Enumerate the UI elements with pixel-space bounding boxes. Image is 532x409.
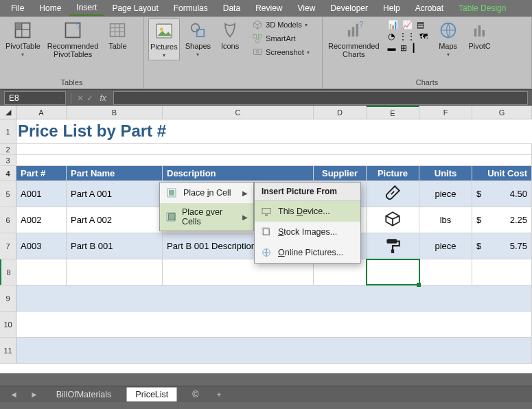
line-chart-icon[interactable]: 📈 bbox=[402, 20, 413, 30]
fx-button[interactable]: fx bbox=[96, 93, 111, 103]
row-header-4[interactable]: 4 bbox=[0, 166, 16, 180]
row-header-8[interactable]: 8 bbox=[0, 259, 16, 285]
cell-part-name[interactable]: Part A 001 bbox=[67, 181, 163, 207]
row-header-5[interactable]: 5 bbox=[0, 181, 16, 207]
tab-view[interactable]: View bbox=[291, 1, 323, 15]
cell-unit-cost[interactable]: $5.75 bbox=[472, 233, 532, 259]
cell[interactable] bbox=[16, 259, 67, 285]
col-header-a[interactable]: A bbox=[16, 106, 67, 119]
pivot-table-button[interactable]: PivotTable ▾ bbox=[4, 19, 42, 59]
shapes-button[interactable]: Shapes ▾ bbox=[184, 19, 212, 59]
menu-place-over-cells[interactable]: Place over Cells ▶ bbox=[160, 203, 253, 231]
row-header-2[interactable]: 2 bbox=[0, 144, 16, 154]
col-header-f[interactable]: F bbox=[419, 106, 472, 119]
sheet-tab-copyright[interactable]: © bbox=[184, 388, 207, 401]
tab-home[interactable]: Home bbox=[32, 1, 68, 15]
col-header-c[interactable]: C bbox=[163, 106, 314, 119]
row-header-1[interactable]: 1 bbox=[0, 119, 16, 143]
row-header-10[interactable]: 10 bbox=[0, 312, 16, 337]
menu-online-pictures[interactable]: Online Pictures... bbox=[255, 242, 360, 263]
cell[interactable] bbox=[16, 285, 532, 311]
cell-picture[interactable] bbox=[367, 233, 419, 259]
row-header-6[interactable]: 6 bbox=[0, 207, 16, 233]
row-header-9[interactable]: 9 bbox=[0, 285, 16, 311]
tab-developer[interactable]: Developer bbox=[323, 1, 375, 15]
selected-cell[interactable] bbox=[367, 259, 419, 285]
th-part-no[interactable]: Part # bbox=[16, 166, 67, 180]
th-picture[interactable]: Picture bbox=[367, 166, 419, 180]
3d-models-button[interactable]: 3D Models ▾ bbox=[251, 19, 311, 31]
cell-picture[interactable] bbox=[367, 207, 419, 233]
pictures-button[interactable]: Pictures ▾ bbox=[148, 19, 180, 60]
formula-input[interactable] bbox=[113, 91, 528, 105]
maps-button[interactable]: Maps ▾ bbox=[435, 19, 462, 59]
cell-part-no[interactable]: A002 bbox=[16, 207, 67, 233]
cell[interactable] bbox=[472, 259, 532, 285]
column-chart-icon[interactable]: 📊 bbox=[388, 20, 398, 30]
cell-part-no[interactable]: A003 bbox=[16, 233, 67, 259]
cell-part-name[interactable]: Part A 002 bbox=[67, 207, 163, 233]
tab-formulas[interactable]: Formulas bbox=[167, 1, 215, 15]
cell-units[interactable]: piece bbox=[419, 233, 472, 259]
map-chart-icon[interactable]: 🗺 bbox=[419, 32, 428, 41]
smartart-button[interactable]: SmartArt bbox=[251, 32, 311, 45]
tab-page-layout[interactable]: Page Layout bbox=[105, 1, 165, 15]
hierarchy-chart-icon[interactable]: ▤ bbox=[417, 20, 424, 30]
cell-unit-cost[interactable]: $2.25 bbox=[472, 207, 532, 233]
cell[interactable] bbox=[16, 338, 532, 363]
recommended-charts-button[interactable]: ? Recommended Charts bbox=[327, 19, 381, 60]
row-header-7[interactable]: 7 bbox=[0, 233, 16, 259]
row-header-3[interactable]: 3 bbox=[0, 155, 16, 165]
tab-acrobat[interactable]: Acrobat bbox=[408, 1, 450, 15]
tab-file[interactable]: File bbox=[4, 1, 31, 15]
combo-chart-icon[interactable]: ⊞ bbox=[400, 43, 407, 53]
cancel-icon[interactable]: ✕ bbox=[77, 93, 84, 103]
tab-insert[interactable]: Insert bbox=[69, 1, 104, 16]
pie-chart-icon[interactable]: ◔ bbox=[388, 32, 395, 41]
th-part-name[interactable]: Part Name bbox=[67, 166, 163, 180]
th-description[interactable]: Description bbox=[163, 166, 314, 180]
icons-button[interactable]: Icons bbox=[216, 19, 244, 51]
cell-units[interactable]: piece bbox=[419, 181, 472, 207]
tab-review[interactable]: Review bbox=[248, 1, 289, 15]
add-sheet-button[interactable]: + bbox=[214, 390, 224, 399]
select-all-cell[interactable]: ◢ bbox=[0, 106, 16, 119]
cell-blank[interactable] bbox=[16, 155, 532, 165]
col-header-g[interactable]: G bbox=[472, 106, 532, 119]
sheet-nav-prev[interactable]: ◄ bbox=[7, 390, 21, 399]
th-units[interactable]: Units bbox=[419, 166, 472, 180]
sheet-tab-pricelist[interactable]: PriceList bbox=[126, 387, 177, 401]
th-unit-cost[interactable]: Unit Cost bbox=[472, 166, 532, 180]
name-box[interactable]: E8 ▾ bbox=[4, 91, 66, 105]
cell-blank[interactable] bbox=[16, 144, 532, 154]
tab-data[interactable]: Data bbox=[216, 1, 247, 15]
menu-this-device[interactable]: This Device... bbox=[255, 201, 360, 222]
cell-unit-cost[interactable]: $4.50 bbox=[472, 181, 532, 207]
pivotchart-button[interactable]: PivotC bbox=[466, 19, 494, 51]
cell[interactable] bbox=[419, 259, 472, 285]
cell[interactable] bbox=[16, 312, 532, 337]
horizontal-scrollbar[interactable] bbox=[0, 373, 532, 386]
tab-table-design[interactable]: Table Design bbox=[452, 1, 513, 15]
table-button[interactable]: Table bbox=[104, 19, 131, 51]
col-header-b[interactable]: B bbox=[67, 106, 163, 119]
sheet-nav-next[interactable]: ► bbox=[27, 390, 41, 399]
screenshot-button[interactable]: Screenshot ▾ bbox=[251, 46, 311, 58]
th-supplier[interactable]: Supplier bbox=[314, 166, 367, 180]
tab-help[interactable]: Help bbox=[376, 1, 407, 15]
col-header-e[interactable]: E bbox=[367, 106, 419, 119]
scatter-chart-icon[interactable]: ⋮⋮ bbox=[399, 32, 415, 41]
cell-part-no[interactable]: A001 bbox=[16, 181, 67, 207]
menu-stock-images[interactable]: Stock Images... bbox=[255, 222, 360, 242]
menu-place-in-cell[interactable]: Place in Cell ▶ bbox=[160, 183, 253, 203]
enter-icon[interactable]: ✓ bbox=[86, 93, 93, 103]
cell-part-name[interactable]: Part B 001 bbox=[67, 233, 163, 259]
sheet-tab-billofmaterials[interactable]: BillOfMaterials bbox=[48, 388, 120, 401]
stock-chart-icon[interactable]: ┃ bbox=[411, 43, 416, 53]
cell[interactable] bbox=[67, 259, 163, 285]
col-header-d[interactable]: D bbox=[314, 106, 367, 119]
bar-chart-icon[interactable]: ▬ bbox=[388, 43, 396, 53]
title-cell[interactable]: Price List by Part # bbox=[16, 119, 532, 143]
recommended-pivot-button[interactable]: ? Recommended PivotTables bbox=[46, 19, 100, 60]
cell-units[interactable]: lbs bbox=[419, 207, 472, 233]
